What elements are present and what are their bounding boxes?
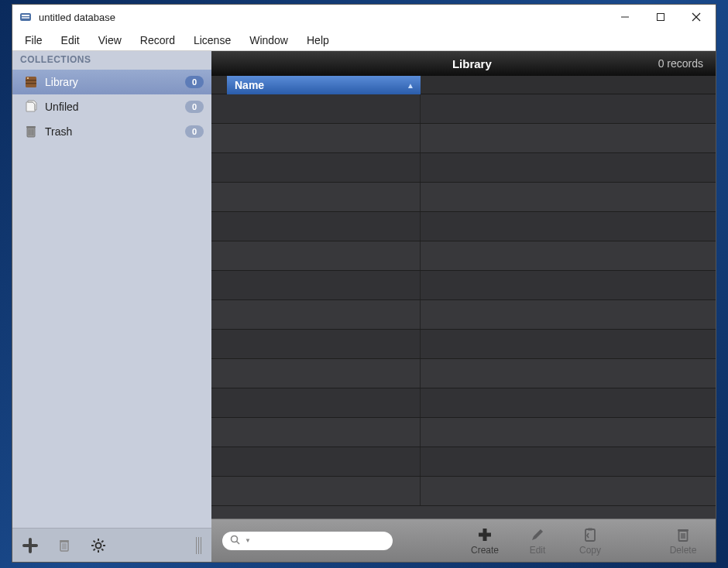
trash-icon	[675, 525, 691, 544]
app-window: untitled database File Edit View Record …	[12, 4, 716, 563]
sidebar-item-label: Library	[45, 76, 179, 88]
sort-ascending-icon: ▲	[407, 81, 414, 90]
count-badge: 0	[185, 101, 204, 113]
add-collection-button[interactable]	[20, 535, 40, 556]
table-cell	[227, 300, 421, 329]
close-button[interactable]	[678, 5, 714, 29]
table-row[interactable]	[211, 212, 716, 241]
sidebar-footer	[12, 528, 211, 562]
table-row[interactable]	[211, 330, 716, 359]
plus-icon	[476, 525, 493, 544]
search-input[interactable]	[256, 535, 386, 546]
sidebar-item-trash[interactable]: Trash 0	[12, 119, 211, 144]
window-controls	[607, 5, 714, 29]
copy-button[interactable]: Copy	[568, 525, 612, 556]
maximize-button[interactable]	[643, 5, 678, 29]
delete-button[interactable]: Delete	[661, 525, 705, 556]
table-cell	[227, 359, 421, 388]
svg-point-21	[96, 542, 101, 548]
svg-rect-12	[26, 126, 36, 128]
clipboard-icon	[582, 525, 598, 544]
main-header: Library 0 records	[211, 51, 716, 76]
table-row[interactable]	[211, 153, 716, 183]
pencil-icon	[530, 525, 545, 544]
table-row[interactable]	[211, 183, 716, 212]
sidebar-item-unfiled[interactable]: Unfiled 0	[12, 94, 211, 119]
sidebar-item-label: Trash	[45, 125, 179, 138]
table-cell	[227, 447, 421, 476]
menu-window[interactable]: Window	[242, 31, 296, 50]
resize-grip[interactable]	[196, 537, 204, 554]
main-panel: Library 0 records Name ▲ ▼	[211, 51, 716, 562]
table-body[interactable]	[211, 94, 716, 518]
column-header-name[interactable]: Name ▲	[227, 76, 421, 94]
count-badge: 0	[185, 125, 204, 138]
table-row[interactable]	[211, 359, 716, 388]
sidebar: COLLECTIONS Library 0 Unfiled 0	[12, 51, 211, 562]
delete-collection-button[interactable]	[54, 535, 74, 556]
search-icon	[230, 535, 240, 547]
table-row[interactable]	[211, 94, 716, 124]
minimize-button[interactable]	[607, 5, 643, 29]
table-cell	[227, 388, 421, 417]
svg-rect-2	[22, 17, 29, 19]
table-row[interactable]	[211, 300, 716, 330]
table-row[interactable]	[211, 477, 716, 506]
svg-rect-9	[26, 83, 36, 84]
window-title: untitled database	[39, 12, 607, 23]
table-cell	[227, 94, 421, 123]
library-icon	[23, 74, 39, 90]
menu-license[interactable]: License	[186, 31, 239, 50]
svg-line-27	[101, 549, 103, 550]
svg-rect-10	[27, 77, 29, 79]
search-dropdown-icon[interactable]: ▼	[245, 537, 251, 544]
trash-icon	[23, 124, 39, 139]
app-icon	[19, 10, 33, 24]
search-field-wrap: ▼	[222, 532, 393, 550]
sidebar-item-label: Unfiled	[45, 101, 179, 113]
collection-title: Library	[286, 57, 658, 70]
svg-line-31	[237, 541, 240, 544]
table-row[interactable]	[211, 271, 716, 300]
record-count: 0 records	[658, 57, 703, 70]
table-row[interactable]	[211, 241, 716, 271]
column-header-row: Name ▲	[211, 76, 716, 94]
menu-edit[interactable]: Edit	[53, 31, 88, 50]
table-cell	[227, 212, 421, 241]
svg-rect-33	[588, 529, 592, 531]
menu-view[interactable]: View	[91, 31, 129, 50]
sidebar-item-library[interactable]: Library 0	[12, 70, 211, 94]
svg-rect-4	[658, 14, 664, 21]
svg-rect-17	[60, 540, 69, 542]
table-cell	[227, 153, 421, 182]
svg-rect-8	[26, 80, 36, 81]
table-cell	[227, 271, 421, 299]
menu-record[interactable]: Record	[132, 31, 183, 50]
create-button[interactable]: Create	[463, 525, 507, 556]
svg-line-26	[94, 540, 95, 542]
table-row[interactable]	[211, 388, 716, 418]
svg-rect-35	[678, 529, 689, 532]
sidebar-items: Library 0 Unfiled 0 Trash 0	[12, 70, 211, 528]
menu-file[interactable]: File	[17, 31, 50, 50]
toolbar-btn-label: Delete	[670, 545, 697, 556]
toolbar-btn-label: Copy	[579, 545, 601, 556]
table-row[interactable]	[211, 124, 716, 153]
table-cell	[227, 124, 421, 152]
toolbar-btn-label: Edit	[530, 545, 546, 556]
table-cell	[227, 330, 421, 358]
table-row[interactable]	[211, 418, 716, 447]
svg-point-30	[232, 535, 238, 542]
table-row[interactable]	[211, 447, 716, 477]
titlebar: untitled database	[12, 5, 716, 29]
table-cell	[227, 477, 421, 505]
sidebar-header: COLLECTIONS	[12, 51, 211, 70]
toolbar-btn-label: Create	[471, 545, 499, 556]
table-cell	[227, 241, 421, 270]
bottom-toolbar: ▼ Create Edit	[211, 518, 716, 562]
table-cell	[227, 418, 421, 447]
menu-help[interactable]: Help	[299, 31, 337, 50]
edit-button[interactable]: Edit	[516, 525, 559, 556]
svg-line-28	[94, 549, 95, 550]
settings-button[interactable]	[88, 535, 108, 556]
